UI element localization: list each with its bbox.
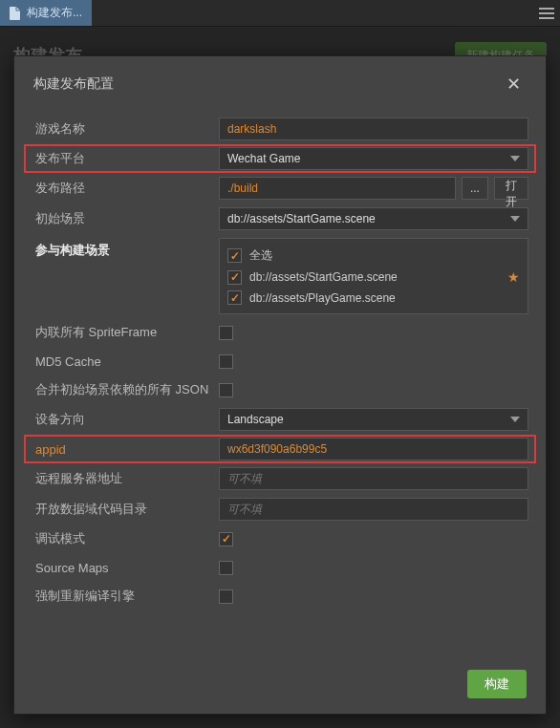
modal-header: 构建发布配置 ✕ [14, 56, 546, 106]
tab-build[interactable]: 构建发布... [0, 0, 92, 26]
scene-item: db://assets/PlayGame.scene [227, 288, 520, 308]
recompile-checkbox[interactable] [219, 589, 233, 604]
open-data-input[interactable] [219, 498, 528, 521]
label-debug: 调试模式 [32, 530, 219, 547]
label-game-name: 游戏名称 [32, 120, 219, 138]
label-orientation: 设备方向 [32, 411, 219, 428]
chevron-down-icon [510, 156, 520, 161]
row-orientation: 设备方向 Landscape [32, 404, 528, 435]
select-all-checkbox[interactable] [227, 248, 242, 263]
label-start-scene: 初始场景 [32, 210, 219, 227]
label-scenes: 参与构建场景 [32, 238, 219, 259]
row-merge-json: 合并初始场景依赖的所有 JSON [32, 375, 528, 404]
label-md5: MD5 Cache [32, 354, 219, 369]
row-recompile: 强制重新编译引擎 [32, 582, 528, 610]
label-remote-server: 远程服务器地址 [32, 470, 219, 487]
appid-input[interactable] [219, 438, 528, 460]
modal-footer: 构建 [14, 658, 546, 714]
browse-button[interactable]: ... [462, 177, 488, 200]
start-scene-select[interactable]: db://assets/StartGame.scene [219, 207, 528, 230]
platform-select-value: Wechat Game [227, 152, 300, 165]
inline-sprite-checkbox[interactable] [219, 326, 233, 340]
debug-checkbox[interactable] [219, 532, 233, 546]
orientation-select[interactable]: Landscape [219, 408, 528, 431]
merge-json-checkbox[interactable] [219, 383, 233, 397]
row-md5: MD5 Cache [32, 347, 528, 375]
build-path-input[interactable] [219, 177, 456, 200]
hamburger-icon [539, 8, 554, 19]
modal-body: 游戏名称 发布平台 Wechat Game 发布路径 ... 打开 [14, 106, 546, 658]
tab-bar: 构建发布... [0, 0, 560, 27]
label-inline-sprite: 内联所有 SpriteFrame [32, 324, 219, 341]
orientation-value: Landscape [227, 413, 284, 426]
row-debug: 调试模式 [32, 525, 528, 553]
row-start-scene: 初始场景 db://assets/StartGame.scene [32, 203, 528, 234]
row-build-path: 发布路径 ... 打开 [32, 173, 528, 203]
source-maps-checkbox[interactable] [219, 561, 233, 575]
row-game-name: 游戏名称 [32, 114, 528, 144]
scene-checkbox[interactable] [227, 290, 242, 305]
scene-select-all: 全选 [227, 245, 520, 267]
tab-label: 构建发布... [27, 5, 82, 21]
close-icon: ✕ [506, 75, 521, 94]
scene-item: db://assets/StartGame.scene ★ [227, 267, 520, 288]
label-platform: 发布平台 [32, 150, 219, 167]
star-icon: ★ [507, 269, 520, 285]
row-source-maps: Source Maps [32, 553, 528, 582]
select-all-label: 全选 [249, 247, 272, 264]
chevron-down-icon [510, 417, 520, 422]
scene-path: db://assets/StartGame.scene [249, 270, 398, 284]
build-button[interactable]: 构建 [467, 670, 527, 698]
row-scenes: 参与构建场景 全选 db://assets/StartGame.scene ★ … [32, 234, 528, 318]
md5-checkbox[interactable] [219, 354, 233, 369]
build-config-modal: 构建发布配置 ✕ 游戏名称 发布平台 Wechat Game 发布路径 [13, 55, 547, 715]
menu-button[interactable] [533, 0, 560, 26]
row-inline-sprite: 内联所有 SpriteFrame [32, 318, 528, 347]
scene-path: db://assets/PlayGame.scene [249, 291, 396, 305]
chevron-down-icon [510, 216, 520, 222]
row-appid: appid [24, 435, 536, 463]
label-appid: appid [32, 442, 219, 457]
row-open-data: 开放数据域代码目录 [32, 494, 528, 525]
label-recompile: 强制重新编译引擎 [32, 588, 219, 605]
scene-list: 全选 db://assets/StartGame.scene ★ db://as… [219, 238, 528, 314]
row-platform: 发布平台 Wechat Game [24, 144, 536, 173]
platform-select[interactable]: Wechat Game [219, 147, 528, 170]
game-name-input[interactable] [219, 118, 528, 140]
open-button[interactable]: 打开 [494, 177, 528, 200]
start-scene-value: db://assets/StartGame.scene [227, 212, 376, 225]
row-remote-server: 远程服务器地址 [32, 463, 528, 494]
label-open-data: 开放数据域代码目录 [32, 501, 219, 518]
label-build-path: 发布路径 [32, 180, 219, 197]
modal-title: 构建发布配置 [33, 75, 114, 93]
scene-checkbox[interactable] [227, 270, 242, 285]
document-icon [10, 7, 21, 20]
remote-server-input[interactable] [219, 467, 528, 490]
close-button[interactable]: ✕ [501, 72, 527, 96]
label-merge-json: 合并初始场景依赖的所有 JSON [32, 381, 219, 398]
label-source-maps: Source Maps [32, 561, 219, 575]
